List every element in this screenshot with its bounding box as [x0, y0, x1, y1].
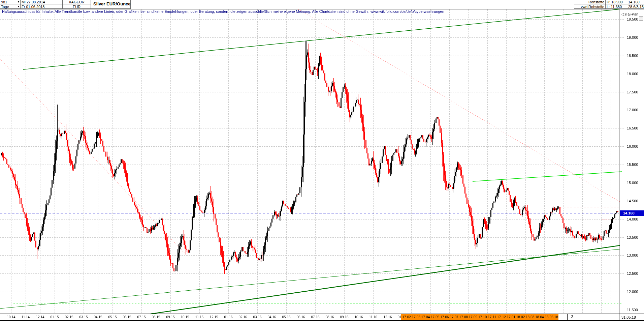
range-value: 28.6/3.150	[628, 5, 644, 9]
axis-end-date: 31.05.18	[621, 315, 636, 319]
x-tick-label: 11.16	[367, 315, 379, 319]
x-tick-label: 07.16	[310, 315, 321, 319]
x-tick-label: 12.16	[382, 315, 393, 319]
x-tick-label: 09.15	[165, 315, 176, 319]
x-tick-label: 10.16	[353, 315, 364, 319]
copyright-label: (c)Tai-Pan	[621, 12, 638, 16]
symbol-cell: XAGEUR EUR	[63, 0, 91, 9]
taipan-chart-window: 981 ▾ Tage ▾ Mi 27.08.2014 Fr 01.06.2018…	[0, 0, 644, 321]
date-from[interactable]: Mi 27.08.2014	[22, 0, 45, 4]
price-chart[interactable]	[0, 0, 644, 321]
x-tick-label: 07.15	[136, 315, 147, 319]
y-tick-label: 15.500	[627, 163, 644, 167]
y-tick-label: 12.500	[627, 271, 644, 275]
last-value: 14.160	[628, 0, 640, 4]
period-high: H: 18.900	[607, 0, 623, 4]
last-value-cell: 14.160 28.6/3.150	[627, 0, 644, 9]
y-tick-label: 19.000	[627, 35, 644, 39]
y-tick-label: 16.000	[627, 144, 644, 148]
x-tick-label: 04.15	[92, 315, 104, 319]
high-low-cell: H: 18.900 L: 11.680	[606, 0, 627, 9]
x-tick-label: 10.14	[5, 315, 17, 319]
x-tick-label: 08.16	[324, 315, 335, 319]
x-tick-label: 06.16	[295, 315, 307, 319]
currency-code: EUR	[73, 5, 80, 9]
y-tick-label: 12.000	[627, 290, 644, 294]
date-range-cell: Mi 27.08.2014 Fr 01.06.2018	[21, 0, 63, 9]
y-tick-label: 17.500	[627, 90, 644, 94]
page-title: Silver EUR/Ounce	[93, 1, 131, 6]
feed-cell: Rohstoffe vwd Rohstoffe	[574, 0, 606, 9]
x-tick-label: 03.16	[252, 315, 263, 319]
periodicity-dropdown[interactable]: Tage ▾	[0, 4, 20, 9]
series-id-dropdown[interactable]: 981 ▾	[0, 0, 20, 4]
feed-name: Rohstoffe	[588, 0, 604, 4]
y-tick-label: 15.000	[627, 181, 644, 185]
x-tick-label: 09.16	[339, 315, 350, 319]
x-tick-label: 10.15	[179, 315, 191, 319]
y-tick-label: 13.000	[627, 253, 644, 257]
period-low: L: 11.680	[607, 5, 622, 9]
series-controls-cell: 981 ▾ Tage ▾	[0, 0, 21, 9]
series-id: 981	[1, 0, 7, 4]
x-tick-label: 05.15	[107, 315, 118, 319]
feed-provider: vwd Rohstoffe	[581, 5, 604, 9]
y-tick-label: 16.500	[627, 126, 644, 130]
chevron-down-icon: ▾	[18, 5, 19, 8]
y-tick-label: 11.500	[627, 308, 644, 312]
x-tick-label: 01.15	[49, 315, 60, 319]
y-tick-label: 14.000	[627, 217, 644, 221]
x-tick-label: 11.15	[194, 315, 205, 319]
date-to[interactable]: Fr 01.06.2018	[22, 5, 45, 9]
x-tick-label: 04.16	[266, 315, 278, 319]
x-tick-label: 12.14	[34, 315, 46, 319]
symbol-code: XAGEUR	[69, 0, 84, 4]
y-tick-label: 18.500	[627, 54, 644, 58]
x-tick-label: 11.14	[20, 315, 31, 319]
last-price-badge: 14.160	[620, 210, 644, 216]
chevron-down-icon: ▾	[18, 1, 19, 3]
y-tick-label: 18.000	[627, 72, 644, 76]
x-tick-label: 08.15	[150, 315, 162, 319]
x-tick-label: 05.16	[281, 315, 292, 319]
y-tick-label: 17.000	[627, 108, 644, 112]
x-tick-label: 02.15	[63, 315, 75, 319]
x-tick-label: 06.15	[121, 315, 133, 319]
disclaimer-text: Haftungsausschluss für Inhalte: Alle Tre…	[2, 9, 444, 13]
x-tick-label: 03.15	[78, 315, 89, 319]
x-tick-label: 02.16	[237, 315, 249, 319]
x-tick-label: 12.15	[208, 315, 220, 319]
y-tick-label: 14.500	[627, 199, 644, 203]
collapse-panel-button[interactable]: −	[639, 16, 643, 21]
y-tick-label: 13.500	[627, 235, 644, 239]
periodicity-label: Tage	[1, 5, 9, 9]
x-tick-label: 05.18	[548, 315, 559, 319]
x-tick-label: 01.16	[223, 315, 234, 319]
zoom-marker[interactable]: Z	[568, 315, 577, 319]
